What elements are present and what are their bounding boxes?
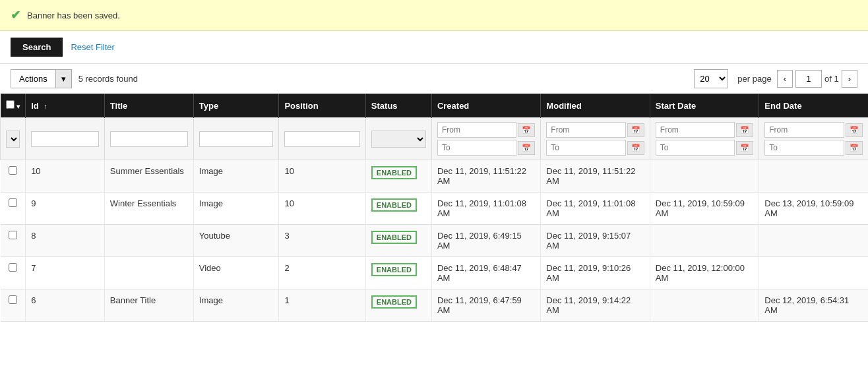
filter-created-from-cal[interactable]: 📅: [518, 123, 535, 137]
row-checkbox-6[interactable]: [9, 295, 17, 304]
row-created: Dec 11, 2019, 11:01:08 AM: [431, 193, 540, 225]
filter-modified-to-cal[interactable]: 📅: [627, 141, 644, 155]
filter-start-from-cal[interactable]: 📅: [736, 123, 753, 137]
filter-modified-to[interactable]: [546, 140, 625, 156]
filter-created-from[interactable]: [437, 122, 516, 138]
row-checkbox-10[interactable]: [9, 166, 17, 175]
checkmark-icon: ✔: [11, 8, 20, 22]
row-start-date: Dec 11, 2019, 10:59:09 AM: [650, 193, 759, 225]
filter-row: Any ENABLED DISABLED: [1, 118, 869, 160]
header-modified: Modified: [541, 94, 650, 118]
filter-id-input[interactable]: [31, 131, 99, 147]
row-id: 8: [26, 225, 105, 257]
header-status: Status: [365, 94, 431, 118]
row-status: ENABLED: [365, 193, 431, 225]
actions-button[interactable]: Actions: [11, 70, 55, 88]
row-type: Youtube: [193, 225, 279, 257]
row-created: Dec 11, 2019, 6:47:59 AM: [431, 289, 540, 322]
row-modified: Dec 11, 2019, 11:51:22 AM: [541, 160, 650, 193]
row-checkbox-cell: [1, 257, 26, 289]
filter-type-input[interactable]: [199, 131, 274, 147]
row-start-date: [650, 160, 759, 193]
filter-start-to-cal[interactable]: 📅: [736, 141, 753, 155]
filter-status-cell: ENABLED DISABLED: [365, 118, 431, 160]
row-end-date: [759, 225, 868, 257]
row-position: 10: [279, 193, 365, 225]
row-checkbox-cell: [1, 225, 26, 257]
page-of-label: of 1: [824, 74, 839, 84]
table-row: 6 Banner Title Image 1 ENABLED Dec 11, 2…: [1, 289, 869, 322]
header-title: Title: [104, 94, 193, 118]
filter-title-input[interactable]: [110, 131, 188, 147]
select-all-checkbox[interactable]: [6, 100, 15, 109]
table-header-row: ▾ Id ↑ Title Type Position Status Create…: [1, 94, 869, 118]
row-created: Dec 11, 2019, 11:51:22 AM: [431, 160, 540, 193]
pagination: ‹ of 1 ›: [777, 70, 857, 88]
row-start-date: Dec 11, 2019, 12:00:00 AM: [650, 257, 759, 289]
status-badge: ENABLED: [371, 166, 417, 179]
data-table: ▾ Id ↑ Title Type Position Status Create…: [0, 94, 868, 322]
filter-created-to-cal[interactable]: 📅: [518, 141, 535, 155]
filter-end-from-cal[interactable]: 📅: [846, 123, 863, 137]
search-toolbar: Search Reset Filter: [0, 31, 868, 64]
status-badge: ENABLED: [371, 263, 417, 276]
row-created: Dec 11, 2019, 6:48:47 AM: [431, 257, 540, 289]
row-status: ENABLED: [365, 289, 431, 322]
table-row: 8 Youtube 3 ENABLED Dec 11, 2019, 6:49:1…: [1, 225, 869, 257]
row-title: [104, 225, 193, 257]
row-status: ENABLED: [365, 225, 431, 257]
row-position: 10: [279, 160, 365, 193]
filter-modified-from[interactable]: [546, 122, 625, 138]
header-checkbox-col: ▾: [1, 94, 26, 118]
row-id: 6: [26, 289, 105, 322]
row-type: Image: [193, 289, 279, 322]
row-id: 7: [26, 257, 105, 289]
row-id: 9: [26, 193, 105, 225]
filter-end-from[interactable]: [764, 122, 844, 138]
filter-start-to[interactable]: [656, 140, 735, 156]
next-page-button[interactable]: ›: [842, 70, 857, 88]
page-input[interactable]: [795, 70, 822, 88]
row-end-date: Dec 12, 2019, 6:54:31 AM: [759, 289, 868, 322]
table-toolbar: Actions ▾ 5 records found 20 50 100 per …: [0, 64, 868, 94]
row-type: Image: [193, 193, 279, 225]
filter-modified-from-cal[interactable]: 📅: [627, 123, 644, 137]
row-checkbox-7[interactable]: [9, 263, 17, 272]
filter-modified-cell: 📅 📅: [541, 118, 650, 160]
row-modified: Dec 11, 2019, 11:01:08 AM: [541, 193, 650, 225]
prev-page-button[interactable]: ‹: [777, 70, 793, 88]
row-checkbox-8[interactable]: [9, 231, 17, 239]
row-modified: Dec 11, 2019, 9:14:22 AM: [541, 289, 650, 322]
select-any-group: Any: [6, 131, 20, 148]
success-message: Banner has been saved.: [27, 11, 120, 20]
search-button[interactable]: Search: [11, 38, 63, 57]
actions-dropdown-group: Actions ▾: [11, 69, 72, 88]
filter-id-cell: [26, 118, 105, 160]
filter-start-cell: 📅 📅: [650, 118, 759, 160]
reset-filter-link[interactable]: Reset Filter: [71, 42, 114, 52]
actions-dropdown-arrow[interactable]: ▾: [55, 70, 71, 88]
per-page-select[interactable]: 20 50 100: [695, 70, 728, 88]
table-row: 9 Winter Essentials Image 10 ENABLED Dec…: [1, 193, 869, 225]
filter-end-to-cal[interactable]: 📅: [846, 141, 863, 155]
table-row: 7 Video 2 ENABLED Dec 11, 2019, 6:48:47 …: [1, 257, 869, 289]
header-id: Id ↑: [26, 94, 105, 118]
header-end-date: End Date: [759, 94, 868, 118]
filter-end-to[interactable]: [764, 140, 844, 156]
filter-position-input[interactable]: [284, 131, 359, 147]
filter-checkbox-cell: Any: [1, 118, 26, 160]
filter-start-from[interactable]: [656, 122, 735, 138]
row-title: Winter Essentials: [104, 193, 193, 225]
status-badge: ENABLED: [371, 295, 417, 309]
status-badge: ENABLED: [371, 231, 417, 244]
row-position: 1: [279, 289, 365, 322]
row-created: Dec 11, 2019, 6:49:15 AM: [431, 225, 540, 257]
row-checkbox-9[interactable]: [9, 198, 17, 207]
filter-status-select[interactable]: ENABLED DISABLED: [371, 131, 426, 148]
filter-end-cell: 📅 📅: [759, 118, 868, 160]
any-select[interactable]: Any: [6, 131, 20, 148]
row-checkbox-cell: [1, 193, 26, 225]
filter-created-to[interactable]: [437, 140, 516, 156]
row-status: ENABLED: [365, 257, 431, 289]
row-modified: Dec 11, 2019, 9:15:07 AM: [541, 225, 650, 257]
